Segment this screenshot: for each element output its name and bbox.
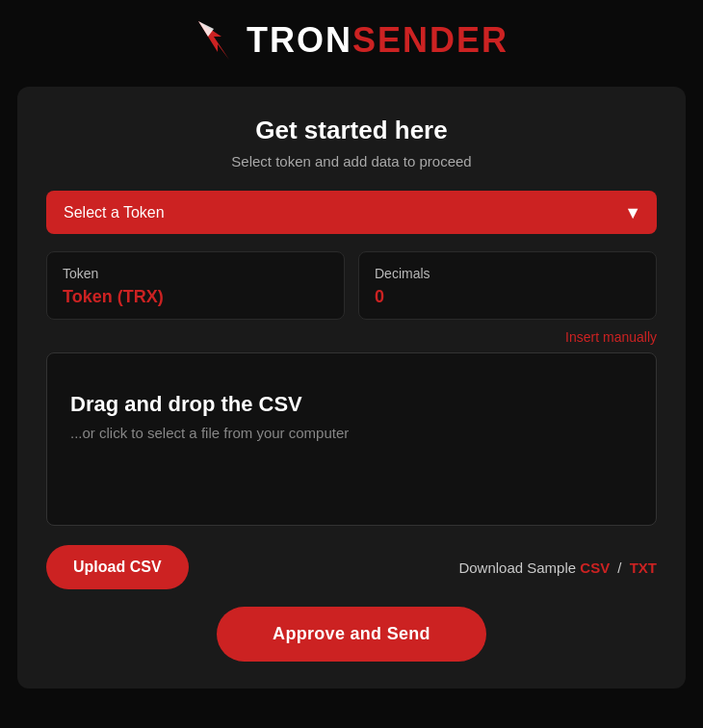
download-txt-link[interactable]: TXT — [630, 559, 657, 576]
token-value: Token (TRX) — [63, 287, 328, 307]
logo-text: TRONSENDER — [247, 20, 508, 61]
main-card: Get started here Select token and add da… — [17, 87, 686, 689]
approve-send-button[interactable]: Approve and Send — [217, 607, 486, 662]
token-select[interactable]: Select a TokenTRXUSDTUSDCBTT — [46, 191, 657, 234]
logo-sender: SENDER — [352, 20, 508, 60]
logo-tron: TRON — [247, 20, 352, 60]
card-title: Get started here — [46, 116, 657, 145]
insert-manually-link[interactable]: Insert manually — [565, 329, 657, 345]
insert-manually-row: Insert manually — [46, 329, 657, 345]
card-subtitle: Select token and add data to proceed — [46, 153, 657, 169]
upload-csv-button[interactable]: Upload CSV — [46, 545, 189, 589]
download-sample-text: Download Sample CSV / TXT — [458, 559, 657, 576]
logo-icon — [195, 17, 241, 64]
drop-subtitle: ...or click to select a file from your c… — [70, 425, 633, 441]
logo-container: TRONSENDER — [195, 17, 508, 64]
decimals-label: Decimals — [375, 266, 640, 281]
header: TRONSENDER — [0, 0, 703, 79]
decimals-value: 0 — [375, 287, 640, 307]
bottom-actions: Upload CSV Download Sample CSV / TXT — [46, 545, 657, 589]
decimals-info-box: Decimals 0 — [358, 251, 657, 320]
drop-zone[interactable]: Drag and drop the CSV ...or click to sel… — [46, 352, 657, 526]
token-select-wrapper: Select a TokenTRXUSDTUSDCBTT ▼ — [46, 191, 657, 234]
drop-title: Drag and drop the CSV — [70, 392, 633, 417]
download-sample-label: Download Sample — [458, 559, 576, 576]
token-label: Token — [63, 266, 328, 281]
slash: / — [617, 559, 621, 576]
token-info-row: Token Token (TRX) Decimals 0 — [46, 251, 657, 320]
download-csv-link[interactable]: CSV — [580, 559, 610, 576]
token-info-box: Token Token (TRX) — [46, 251, 345, 320]
approve-row: Approve and Send — [46, 607, 657, 662]
